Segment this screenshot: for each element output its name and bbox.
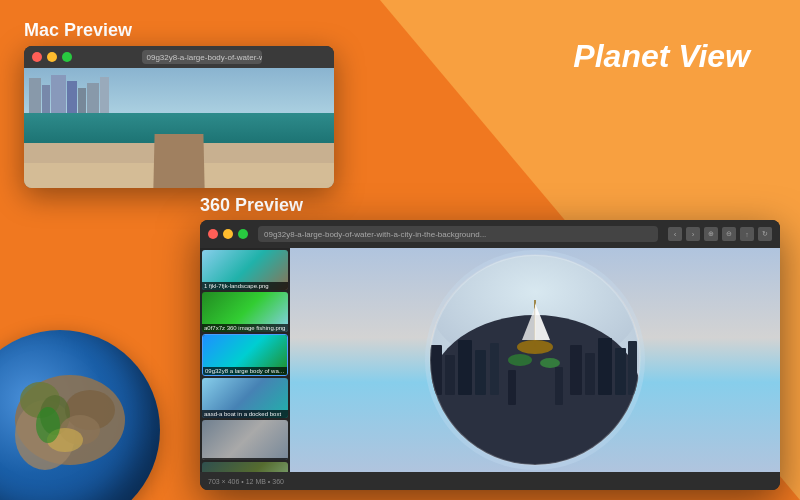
titlebar-actions: ‹ › ⊕ ⊖ ↑ ↻	[668, 227, 772, 241]
thumb-label-4: aasd-a boat in a docked boxt	[202, 410, 288, 418]
window-360: 09g32y8-a-large-body-of-water-with-a-cit…	[200, 220, 780, 490]
maximize-button-360[interactable]	[238, 229, 248, 239]
rotate-icon[interactable]: ↻	[758, 227, 772, 241]
bottom-bar-text: 703 × 406 • 12 MB • 360	[208, 478, 284, 485]
svg-point-27	[540, 358, 560, 368]
maximize-dot[interactable]	[62, 52, 72, 62]
svg-point-26	[508, 354, 532, 366]
close-dot[interactable]	[32, 52, 42, 62]
thumb-label-5	[202, 458, 288, 460]
mac-preview-image	[24, 68, 334, 188]
share-icon[interactable]: ↑	[740, 227, 754, 241]
window-360-body: 1 fjkl-7fjk-landscape.png a0f7x7z 360 im…	[200, 248, 780, 472]
thumbnail-6[interactable]: v68k8274-planet-water-mountai...	[202, 462, 288, 472]
sidebar-360[interactable]: 1 fjkl-7fjk-landscape.png a0f7x7z 360 im…	[200, 248, 290, 472]
zoom-out-icon[interactable]: ⊖	[722, 227, 736, 241]
mac-preview-window: 09g32y8-a-large-body-of-water-with-a-c..…	[24, 46, 334, 188]
titlebar-360-url: 09g32y8-a-large-body-of-water-with-a-cit…	[258, 226, 658, 242]
svg-rect-22	[615, 348, 626, 395]
back-icon[interactable]: ‹	[668, 227, 682, 241]
svg-rect-21	[598, 338, 612, 395]
mac-preview-label: Mac Preview	[24, 20, 132, 41]
svg-rect-15	[445, 355, 455, 395]
svg-rect-24	[508, 370, 516, 405]
globe	[0, 330, 160, 500]
planet-view-title: Planet View	[573, 38, 750, 75]
thumbnail-2[interactable]: a0f7x7z 360 image fishing.png	[202, 292, 288, 332]
minimize-dot[interactable]	[47, 52, 57, 62]
thumb-label-1: 1 fjkl-7fjk-landscape.png	[202, 282, 288, 290]
close-button-360[interactable]	[208, 229, 218, 239]
mac-titlebar-center: 09g32y8-a-large-body-of-water-with-a-c..…	[77, 50, 326, 64]
minimize-button-360[interactable]	[223, 229, 233, 239]
svg-point-7	[36, 407, 60, 443]
thumbnail-4[interactable]: aasd-a boat in a docked boxt	[202, 378, 288, 418]
mac-titlebar: 09g32y8-a-large-body-of-water-with-a-c..…	[24, 46, 334, 68]
main-view-360	[290, 248, 780, 472]
thumb-label-3: 09g32y8 a large body of water	[203, 367, 287, 375]
globe-land	[0, 330, 160, 500]
preview-360-label: 360 Preview	[200, 195, 303, 216]
forward-icon[interactable]: ›	[686, 227, 700, 241]
thumbnail-3[interactable]: 09g32y8 a large body of water	[202, 334, 288, 376]
bottom-bar-360: 703 × 406 • 12 MB • 360	[200, 472, 780, 490]
thumbnail-1[interactable]: 1 fjkl-7fjk-landscape.png	[202, 250, 288, 290]
mac-url-bar: 09g32y8-a-large-body-of-water-with-a-c..…	[142, 50, 262, 64]
thumbnail-5[interactable]	[202, 420, 288, 460]
titlebar-360: 09g32y8-a-large-body-of-water-with-a-cit…	[200, 220, 780, 248]
svg-rect-25	[555, 367, 563, 405]
svg-rect-18	[490, 343, 499, 395]
svg-rect-17	[475, 350, 486, 395]
zoom-in-icon[interactable]: ⊕	[704, 227, 718, 241]
svg-rect-16	[458, 340, 472, 395]
thumb-label-2: a0f7x7z 360 image fishing.png	[202, 324, 288, 332]
svg-rect-19	[570, 345, 582, 395]
svg-rect-20	[585, 353, 595, 395]
